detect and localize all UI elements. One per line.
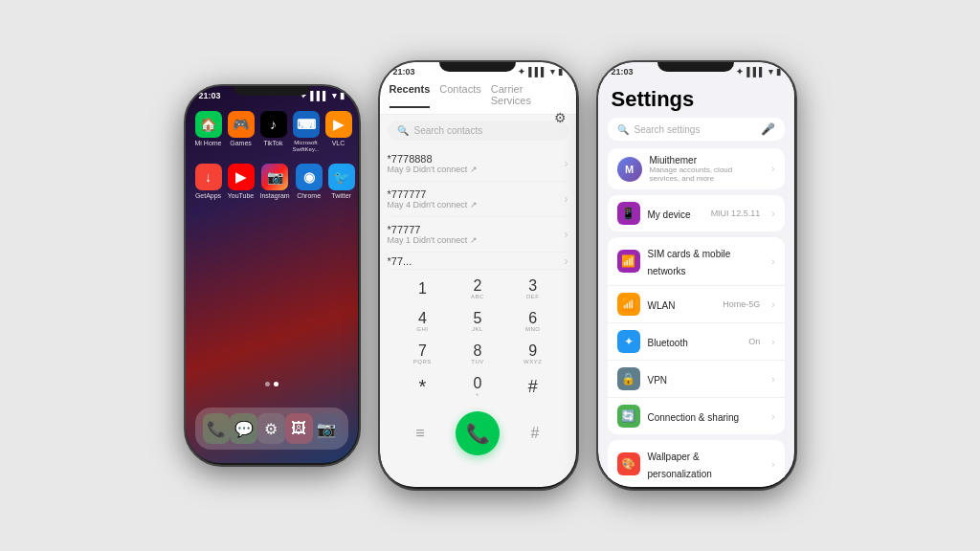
connection-sharing-text: Connection & sharing [648,408,765,425]
numpad-row-2: 4GHI 5JKL 6MNO [395,306,561,337]
settings-gear-icon[interactable]: ⚙ [554,110,567,125]
tab-recents[interactable]: Recents [390,83,431,108]
app-icon-youtube: ▶ [228,164,255,190]
key-9[interactable]: 9WXYZ [512,339,554,369]
key-star[interactable]: * [401,371,443,402]
app-icon-tiktok: ♪ [260,111,287,138]
key-3[interactable]: 3DEF [512,274,554,304]
tab-carrier-services[interactable]: Carrier Services [491,83,567,108]
connection-sharing-icon: 🔄 [617,405,640,428]
call-row-1[interactable]: *7778888 May 9 Didn't connect ↗ › [388,146,568,182]
account-info: Miuithemer Manage accounts, cloud servic… [650,155,765,183]
account-chevron-icon: › [771,164,774,174]
key-5[interactable]: 5JKL [457,306,499,337]
key-8[interactable]: 8TUV [457,339,499,369]
recent-calls-list: *7778888 May 9 Didn't connect ↗ › *77777… [380,146,576,270]
wallpaper-row[interactable]: 🎨 Wallpaper & personalization › [608,440,785,487]
app-label-games: Games [230,140,252,147]
search-icon: 🔍 [397,125,409,136]
vpn-row[interactable]: 🔒 VPN › [608,361,785,398]
dock-messages[interactable]: 💬 [230,413,257,444]
app-mi-home[interactable]: 🏠 Mi Home [195,111,222,152]
bluetooth-label: Bluetooth [648,338,688,348]
mic-icon[interactable]: 🎤 [761,122,775,136]
vpn-chevron-icon: › [771,374,774,385]
menu-icon[interactable]: ≡ [405,418,435,449]
call-row-4[interactable]: *77... › [388,253,568,270]
settings-search-icon: 🔍 [617,124,629,135]
app-icon-chrome: ◉ [296,164,323,190]
app-swiftkey[interactable]: ⌨ Microsoft SwiftKey... [293,111,320,152]
sim-chevron-icon: › [771,256,774,267]
dialer-screen: 21:03 ✦ ▌▌▌ ▾ ▮ Recents Contacts Carrier… [380,62,576,487]
call-info-1: *7778888 May 9 Didn't connect ↗ [388,153,478,174]
numpad-row-3: 7PQRS 8TUV 9WXYZ [395,339,561,369]
sim-icon: 📶 [617,250,640,273]
settings-page-title: Settings [598,79,794,118]
dialer-battery-icon: ▮ [558,67,563,77]
settings-search-placeholder: Search settings [635,124,755,135]
app-chrome[interactable]: ◉ Chrome [296,164,323,200]
key-hash[interactable]: # [512,371,554,402]
contact-search[interactable]: 🔍 Search contacts [388,121,568,141]
call-chevron-4: › [565,254,568,268]
notch-dialer [439,62,516,72]
search-contacts-placeholder: Search contacts [414,125,483,136]
call-date-1: May 9 Didn't connect ↗ [388,165,478,174]
numpad-row-1: 1 2ABC 3DEF [395,274,561,304]
battery-icon: ▮ [340,91,345,100]
home-screen: 21:03 ✦ ▌▌▌ ▾ ▮ 🏠 Mi Home 🎮 Games ♪ TikT… [186,86,358,463]
account-name: Miuithemer [650,155,765,165]
connection-sharing-label: Connection & sharing [648,412,740,423]
dock-camera[interactable]: 📷 [313,413,341,444]
app-instagram[interactable]: 📷 Instagram [260,164,290,200]
wlan-chevron-icon: › [771,299,774,310]
phone-home: 21:03 ✦ ▌▌▌ ▾ ▮ 🏠 Mi Home 🎮 Games ♪ TikT… [184,84,361,467]
dock-phone[interactable]: 📞 [203,413,231,444]
app-youtube[interactable]: ▶ YouTube [228,164,255,200]
call-button[interactable]: 📞 [456,411,500,455]
vpn-text: VPN [648,370,765,387]
key-0[interactable]: 0+ [457,371,499,402]
app-label-instagram: Instagram [260,192,290,200]
phone-dialer: 21:03 ✦ ▌▌▌ ▾ ▮ Recents Contacts Carrier… [378,60,579,491]
app-twitter[interactable]: 🐦 Twitter [328,164,355,200]
dock-settings[interactable]: ⚙ [257,413,285,444]
connection-chevron-icon: › [771,411,774,422]
app-vlc[interactable]: ▶ VLC [325,111,352,152]
wlan-row[interactable]: 📶 WLAN Home-5G › [608,286,785,323]
sim-label: SIM cards & mobile networks [648,249,731,276]
call-row-2[interactable]: *777777 May 4 Didn't connect ↗ › [388,182,568,217]
settings-search-bar[interactable]: 🔍 Search settings 🎤 [608,118,785,141]
key-2[interactable]: 2ABC [457,274,499,304]
call-number-1: *7778888 [388,153,478,165]
app-tiktok[interactable]: ♪ TikTok [260,111,287,152]
app-label-swiftkey: Microsoft SwiftKey... [293,140,320,152]
account-row[interactable]: M Miuithemer Manage accounts, cloud serv… [608,148,785,189]
connection-sharing-row[interactable]: 🔄 Connection & sharing › [608,398,785,434]
dock: 📞 💬 ⚙ 🖼 📷 [195,408,348,450]
display-section: 🎨 Wallpaper & personalization › 🔒 Always… [608,440,785,487]
key-1[interactable]: 1 [401,274,443,304]
app-getapps[interactable]: ↓ GetApps [195,164,222,200]
my-device-value: MIUI 12.5.11 [711,209,761,218]
dialer-action-bar: ≡ 📞 # [380,408,576,459]
bluetooth-row[interactable]: ✦ Bluetooth On › [608,323,785,361]
dialpad-icon[interactable]: # [520,418,550,449]
sim-row[interactable]: 📶 SIM cards & mobile networks › [608,237,785,286]
key-4[interactable]: 4GHI [401,306,443,337]
dock-photos[interactable]: 🖼 [285,413,313,444]
app-icon-swiftkey: ⌨ [293,111,320,138]
key-7[interactable]: 7PQRS [401,339,443,369]
app-games[interactable]: 🎮 Games [228,111,255,152]
app-label-vlc: VLC [332,140,345,147]
app-label-tiktok: TikTok [264,140,283,147]
tab-contacts[interactable]: Contacts [439,83,480,108]
account-section: M Miuithemer Manage accounts, cloud serv… [608,148,785,189]
key-6[interactable]: 6MNO [512,306,554,337]
dialer-signal-icon: ▌▌▌ [528,67,546,77]
my-device-row[interactable]: 📱 My device MIUI 12.5.11 › [608,195,785,231]
my-device-label: My device [648,209,691,220]
call-row-3[interactable]: *77777 May 1 Didn't connect ↗ › [388,217,568,253]
page-dot-1 [265,382,270,386]
